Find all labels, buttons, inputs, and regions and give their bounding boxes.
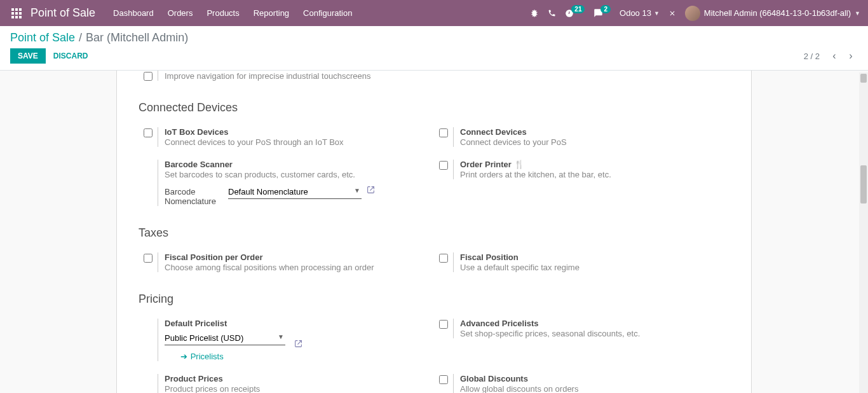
discuss-icon[interactable]: 2 — [593, 8, 611, 18]
caret-down-icon: ▼ — [855, 10, 860, 17]
menu-reporting[interactable]: Reporting — [254, 8, 289, 18]
section-connected-devices: Connected Devices — [139, 101, 729, 114]
setting-desc: Set shop-specific prices, seasonal disco… — [460, 329, 723, 338]
checkbox-iot-box[interactable] — [144, 128, 153, 137]
svg-rect-3 — [11, 12, 14, 15]
setting-desc: Print orders at the kitchen, at the bar,… — [460, 170, 723, 179]
cutlery-icon: 🍴 — [514, 160, 524, 169]
checkbox-fiscal-position[interactable] — [439, 254, 448, 263]
pager-next[interactable]: › — [844, 49, 858, 63]
external-link-icon[interactable] — [367, 186, 375, 196]
setting-desc: Set barcodes to scan products, customer … — [165, 170, 428, 179]
scrollbar[interactable] — [859, 72, 868, 393]
svg-rect-6 — [11, 16, 14, 18]
control-panel: Point of Sale / Bar (Mitchell Admin) SAV… — [0, 26, 868, 71]
setting-title: Advanced Pricelists — [460, 319, 723, 328]
form-sheet: Large Scrollbars Improve navigation for … — [116, 71, 752, 393]
svg-rect-4 — [15, 12, 18, 15]
setting-desc: Use a default specific tax regime — [460, 263, 723, 272]
setting-desc: Improve navigation for imprecise industr… — [165, 71, 428, 81]
section-pricing: Pricing — [139, 293, 729, 306]
svg-rect-5 — [19, 12, 22, 15]
setting-desc: Connect devices to your PoS through an I… — [165, 137, 428, 147]
setting-title: Product Prices — [165, 374, 428, 383]
field-label: Barcode Nomenclature — [165, 186, 228, 206]
activities-icon[interactable]: 21 — [565, 9, 585, 18]
breadcrumb: Point of Sale / Bar (Mitchell Admin) — [10, 31, 858, 45]
checkbox-global-discounts[interactable] — [439, 375, 448, 384]
menu-products[interactable]: Products — [207, 8, 239, 18]
save-button[interactable]: SAVE — [10, 48, 46, 64]
menu-dashboard[interactable]: Dashboard — [113, 8, 154, 18]
section-taxes: Taxes — [139, 226, 729, 240]
apps-icon[interactable] — [8, 8, 25, 18]
breadcrumb-separator: / — [79, 31, 82, 45]
setting-title: Global Discounts — [460, 374, 723, 383]
user-menu[interactable]: Mitchell Admin (664841-13-0-1b63df-all) … — [685, 6, 860, 21]
pager-text: 2 / 2 — [804, 52, 820, 61]
menu-configuration[interactable]: Configuration — [303, 8, 352, 18]
setting-title: Fiscal Position per Order — [165, 252, 428, 262]
setting-title: Connect Devices — [460, 127, 723, 137]
checkbox-fiscal-per-order[interactable] — [144, 254, 153, 263]
setting-title: Fiscal Position — [460, 252, 723, 262]
company-switcher[interactable]: Odoo 13 ▼ — [620, 8, 660, 18]
close-icon[interactable] — [668, 10, 676, 17]
svg-rect-8 — [19, 16, 22, 18]
breadcrumb-root[interactable]: Point of Sale — [10, 31, 75, 45]
svg-rect-1 — [15, 8, 18, 11]
caret-down-icon: ▼ — [654, 10, 660, 17]
arrow-right-icon: ➔ — [180, 352, 187, 361]
checkbox-order-printer[interactable] — [439, 161, 448, 170]
external-link-icon[interactable] — [294, 340, 305, 350]
setting-desc: Allow global discounts on orders — [460, 384, 723, 393]
menu-orders[interactable]: Orders — [168, 8, 193, 18]
setting-desc: Product prices on receipts — [165, 384, 428, 393]
discard-button[interactable]: DISCARD — [53, 52, 88, 60]
setting-title: Barcode Scanner — [165, 160, 428, 169]
pricelists-link[interactable]: ➔ Pricelists — [180, 352, 224, 361]
checkbox-advanced-pricelists[interactable] — [439, 320, 448, 329]
setting-desc: Connect devices to your PoS — [460, 137, 723, 147]
main-menu: Dashboard Orders Products Reporting Conf… — [113, 8, 352, 18]
pager-prev[interactable]: ‹ — [827, 49, 841, 63]
avatar — [685, 6, 700, 21]
discuss-badge: 2 — [600, 5, 611, 13]
svg-rect-7 — [15, 16, 18, 18]
app-brand[interactable]: Point of Sale — [31, 6, 95, 20]
svg-rect-0 — [11, 8, 14, 11]
setting-title: Default Pricelist — [165, 319, 428, 328]
checkbox-large-scrollbars[interactable] — [144, 72, 153, 81]
phone-icon[interactable] — [548, 9, 556, 17]
navbar: Point of Sale Dashboard Orders Products … — [0, 0, 868, 26]
breadcrumb-leaf: Bar (Mitchell Admin) — [86, 31, 188, 45]
barcode-nomenclature-input[interactable] — [228, 186, 362, 199]
setting-title: IoT Box Devices — [165, 127, 428, 137]
debug-icon[interactable] — [530, 9, 539, 18]
svg-rect-2 — [19, 8, 22, 11]
activities-badge: 21 — [571, 5, 585, 13]
checkbox-connect-devices[interactable] — [439, 128, 448, 137]
setting-title: Order Printer 🍴 — [460, 160, 723, 169]
setting-desc: Choose among fiscal positions when proce… — [165, 263, 428, 272]
default-pricelist-input[interactable] — [165, 332, 285, 345]
